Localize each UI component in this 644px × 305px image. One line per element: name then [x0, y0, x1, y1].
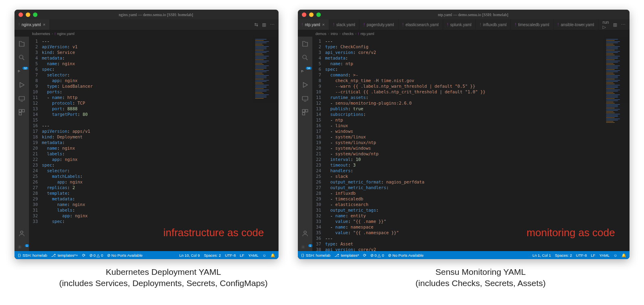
- source-control-icon[interactable]: 32: [18, 67, 26, 75]
- accounts-icon[interactable]: [18, 229, 26, 237]
- titlebar: ntp.yaml — demo.sensu.io [SSH: homelab]: [298, 10, 630, 19]
- code-content[interactable]: ---apiVersion: v1kind: Servicemetadata: …: [41, 37, 253, 251]
- status-notifications-icon[interactable]: 🔔: [270, 253, 275, 258]
- yaml-file-icon: !: [333, 23, 334, 27]
- status-language[interactable]: YAML: [248, 253, 258, 258]
- left-editor-panel: nginx.yaml — demo.sensu.io [SSH: homelab…: [14, 10, 279, 259]
- status-remote[interactable]: ⟨⟩ SSH: homelab: [18, 253, 47, 258]
- search-icon[interactable]: [18, 54, 26, 62]
- svg-point-1: [18, 70, 19, 71]
- svg-rect-4: [19, 97, 25, 100]
- minimize-window-icon[interactable]: [309, 12, 314, 17]
- explorer-icon[interactable]: [18, 40, 26, 48]
- close-window-icon[interactable]: [19, 12, 23, 17]
- tab-nginx-yaml[interactable]: ! nginx.yaml ×: [14, 19, 50, 30]
- vscode-window-left: nginx.yaml — demo.sensu.io [SSH: homelab…: [14, 10, 279, 259]
- status-spaces[interactable]: Spaces: 2: [204, 253, 221, 258]
- source-control-icon[interactable]: 34: [301, 67, 309, 75]
- settings-icon[interactable]: 1: [301, 243, 309, 251]
- svg-point-9: [19, 247, 21, 248]
- settings-icon[interactable]: 1: [18, 243, 26, 251]
- close-tab-icon[interactable]: ×: [43, 22, 45, 27]
- close-window-icon[interactable]: [302, 12, 306, 17]
- close-tab-icon[interactable]: ×: [322, 22, 324, 27]
- status-language[interactable]: YAML: [599, 253, 609, 258]
- status-problems[interactable]: ⊘ 0 △ 0: [89, 253, 103, 258]
- tab-ntp-yaml[interactable]: !ntp.yaml×: [298, 19, 329, 30]
- status-ports[interactable]: ⊘ No Ports Available: [107, 253, 142, 258]
- split-editor-icon[interactable]: ▥: [262, 22, 266, 27]
- status-notifications-icon[interactable]: 🔔: [621, 253, 626, 258]
- minimap[interactable]: [253, 37, 279, 251]
- yaml-file-icon: !: [302, 23, 303, 27]
- status-cursor[interactable]: Ln 10, Col 9: [179, 253, 200, 258]
- svg-point-18: [304, 231, 306, 233]
- status-branch[interactable]: ⎇ templates*+: [51, 253, 78, 258]
- code-area: 1234567891011121314151617181920212223242…: [312, 37, 630, 251]
- remote-explorer-icon[interactable]: [18, 95, 26, 103]
- svg-rect-7: [19, 113, 21, 115]
- explorer-icon[interactable]: [301, 40, 309, 48]
- yaml-file-icon: !: [480, 23, 481, 27]
- status-spaces[interactable]: Spaces: 2: [555, 253, 572, 258]
- status-cursor[interactable]: Ln 1, Col 1: [533, 253, 551, 258]
- run-task-button[interactable]: run ▷: [603, 20, 609, 30]
- compare-changes-icon[interactable]: ⇆: [254, 22, 258, 27]
- run-debug-icon[interactable]: [18, 81, 26, 89]
- tab-timescaledb-yaml[interactable]: !timescaledb.yaml: [511, 19, 553, 30]
- tab-elasticsearch-yaml[interactable]: !elasticsearch.yaml: [398, 19, 443, 30]
- line-numbers: 1234567891011121314151617181920212223242…: [29, 37, 41, 251]
- tab-influxdb-yaml[interactable]: !influxdb.yaml: [476, 19, 511, 30]
- svg-point-2: [18, 72, 19, 72]
- window-title: nginx.yaml — demo.sensu.io [SSH: homelab…: [37, 12, 275, 17]
- minimize-window-icon[interactable]: [26, 12, 30, 17]
- yaml-file-icon: !: [19, 23, 20, 27]
- breadcrumb[interactable]: demos› intro› checks› ! ntp.yaml: [298, 30, 630, 37]
- scm-badge: 32: [23, 67, 28, 70]
- status-ports[interactable]: ⊘ No Ports Available: [388, 253, 423, 258]
- status-problems[interactable]: ⊘ 0 △ 0: [370, 253, 384, 258]
- split-editor-icon[interactable]: ▥: [613, 22, 617, 27]
- line-numbers: 1234567891011121314151617181920212223242…: [312, 37, 324, 251]
- vscode-window-right: ntp.yaml — demo.sensu.io [SSH: homelab] …: [298, 10, 630, 259]
- run-debug-icon[interactable]: [301, 81, 309, 89]
- tab-ansible-tower-yaml[interactable]: !ansible-tower.yaml: [554, 19, 599, 30]
- status-branch[interactable]: ⎇ templates*: [334, 253, 359, 258]
- status-sync[interactable]: ⟳: [363, 253, 366, 258]
- yaml-file-icon: !: [558, 23, 559, 27]
- extensions-icon[interactable]: [18, 108, 26, 116]
- tab-slack-yaml[interactable]: !slack.yaml: [329, 19, 359, 30]
- svg-point-10: [303, 55, 306, 59]
- status-sync[interactable]: ⟳: [82, 253, 85, 258]
- accounts-icon[interactable]: [301, 229, 309, 237]
- svg-rect-16: [305, 109, 308, 112]
- maximize-window-icon[interactable]: [316, 12, 321, 17]
- extensions-icon[interactable]: [301, 108, 309, 116]
- status-eol[interactable]: LF: [240, 253, 244, 258]
- status-encoding[interactable]: UTF-8: [576, 253, 587, 258]
- tab-bar: !ntp.yaml×!slack.yaml!pagerduty.yaml!ela…: [298, 19, 630, 30]
- status-encoding[interactable]: UTF-8: [225, 253, 236, 258]
- tab-splunk-yaml[interactable]: !splunk.yaml: [443, 19, 476, 30]
- yaml-file-icon: !: [402, 23, 404, 27]
- status-feedback-icon[interactable]: ☺: [262, 253, 266, 258]
- status-eol[interactable]: LF: [591, 253, 595, 258]
- tab-label: timescaledb.yaml: [518, 23, 549, 27]
- maximize-window-icon[interactable]: [33, 12, 37, 17]
- status-remote[interactable]: ⟨⟩ SSH: homelab: [301, 253, 330, 258]
- svg-rect-17: [302, 113, 305, 115]
- tab-pagerduty-yaml[interactable]: !pagerduty.yaml: [359, 19, 398, 30]
- window-title: ntp.yaml — demo.sensu.io [SSH: homelab]: [321, 12, 625, 17]
- breadcrumb[interactable]: kubernetes › ! nginx.yaml: [14, 30, 279, 37]
- tab-label: influxdb.yaml: [483, 23, 506, 27]
- more-actions-icon[interactable]: ⋯: [270, 22, 275, 27]
- remote-explorer-icon[interactable]: [301, 95, 309, 103]
- svg-point-12: [301, 72, 302, 72]
- yaml-file-icon: !: [363, 23, 365, 27]
- svg-point-0: [19, 55, 23, 59]
- status-feedback-icon[interactable]: ☺: [613, 253, 617, 258]
- code-content[interactable]: ---type: CheckConfigapi_version: core/v2…: [324, 37, 604, 251]
- minimap[interactable]: [604, 37, 630, 251]
- more-actions-icon[interactable]: ⋯: [621, 22, 625, 27]
- search-icon[interactable]: [301, 54, 309, 62]
